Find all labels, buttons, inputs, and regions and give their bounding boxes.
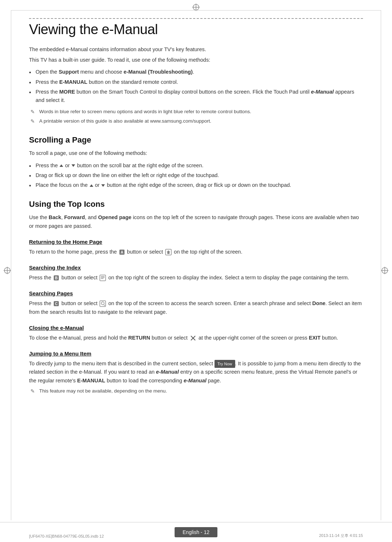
intro-bullet-3: Press the MORE button on the Smart Touch… — [29, 88, 363, 104]
note-1: Words in blue refer to screen menu optio… — [29, 108, 363, 115]
closing-text: To close the e-Manual, press and hold th… — [29, 334, 363, 342]
intro-line1: The embedded e-Manual contains informati… — [29, 45, 363, 54]
intro-bullet-2: Press the E-MANUAL button on the standar… — [29, 78, 363, 86]
scrolling-bullets: Press the or button on the scroll bar at… — [29, 161, 363, 190]
svg-text:A: A — [121, 250, 123, 254]
page-title: Viewing the e-Manual — [29, 22, 363, 37]
crosshair-right-icon — [380, 266, 389, 276]
note-2: A printable version of this guide is als… — [29, 118, 363, 125]
jumping-subtitle: Jumping to a Menu Item — [29, 350, 363, 357]
try-now-button[interactable]: Try Now — [215, 360, 235, 368]
footer: English - 12 — [0, 522, 392, 542]
scrolling-bullet-2: Drag or flick up or down the line on eit… — [29, 171, 363, 180]
dashed-separator — [29, 18, 363, 19]
svg-text:C: C — [55, 302, 58, 306]
searching-index-text: Press the B button or select on the top … — [29, 274, 363, 282]
top-icons-section-title: Using the Top Icons — [29, 200, 363, 209]
scrolling-section-title: Scrolling a Page — [29, 135, 363, 145]
page-border-right — [381, 10, 381, 520]
jumping-note: This feature may not be available, depen… — [29, 387, 363, 395]
svg-text:B: B — [55, 276, 58, 280]
crosshair-left-icon — [3, 266, 12, 276]
jumping-text: To directly jump to the menu item that i… — [29, 360, 363, 386]
intro-line2: This TV has a built-in user guide. To re… — [29, 56, 363, 64]
page-border-top — [11, 10, 381, 11]
scrolling-bullet-3: Place the focus on the or button at the … — [29, 181, 363, 189]
footer-meta-left: [UF6470-XE]BN68-04779E-05L05.indb 12 — [29, 534, 104, 538]
svg-point-25 — [101, 302, 104, 305]
searching-index-subtitle: Searching the Index — [29, 264, 363, 271]
page-border-left — [11, 10, 11, 520]
svg-line-26 — [104, 305, 105, 306]
top-icons-intro: Use the Back, Forward, and Opened page i… — [29, 213, 363, 231]
intro-bullets: Open the Support menu and choose e-Manua… — [29, 68, 363, 104]
main-content: Viewing the e-Manual The embedded e-Manu… — [29, 18, 363, 395]
intro-bullet-1: Open the Support menu and choose e-Manua… — [29, 68, 363, 76]
searching-pages-subtitle: Searching Pages — [29, 290, 363, 296]
closing-subtitle: Closing the e-Manual — [29, 325, 363, 331]
returning-home-text: To return to the home page, press the A … — [29, 248, 363, 256]
svg-rect-18 — [100, 275, 106, 281]
searching-pages-text: Press the C button or select on the top … — [29, 299, 363, 317]
scrolling-intro: To scroll a page, use one of the followi… — [29, 149, 363, 158]
returning-home-subtitle: Returning to the Home Page — [29, 239, 363, 245]
svg-marker-15 — [167, 250, 170, 254]
footer-meta-right: 2013-11-14 오후 4:01:15 — [319, 533, 363, 538]
scrolling-bullet-1: Press the or button on the scroll bar at… — [29, 161, 363, 170]
crosshair-top-icon — [192, 3, 200, 13]
page-number: English - 12 — [175, 527, 217, 537]
